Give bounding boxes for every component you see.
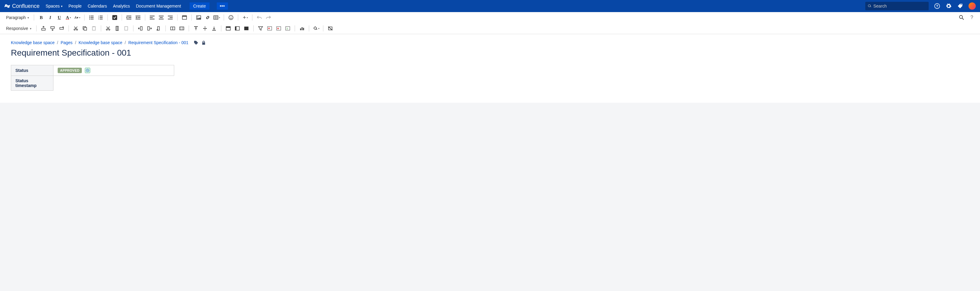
link-button[interactable] xyxy=(204,14,212,21)
breadcrumb-link[interactable]: Knowledge base space xyxy=(11,40,55,45)
chevron-down-icon: ▾ xyxy=(318,27,320,30)
paragraph-dropdown[interactable]: Paragraph▾ xyxy=(4,14,31,21)
chevron-down-icon: ▾ xyxy=(219,16,220,19)
create-button[interactable]: Create xyxy=(189,2,210,10)
image-button[interactable] xyxy=(195,14,203,21)
delete-col-button[interactable] xyxy=(154,24,162,32)
heading-col-button[interactable] xyxy=(233,24,241,32)
svg-point-6 xyxy=(89,19,90,20)
help-button[interactable]: ? xyxy=(968,14,976,21)
numbering-button[interactable]: 1 xyxy=(284,24,292,32)
table-button[interactable]: ▾ xyxy=(213,14,221,21)
svg-point-40 xyxy=(232,17,232,17)
help-icon[interactable]: ? xyxy=(934,3,940,9)
svg-point-33 xyxy=(197,17,198,18)
nav-analytics[interactable]: Analytics xyxy=(113,4,130,8)
paste-row-button[interactable] xyxy=(90,24,98,32)
nav-spaces[interactable]: Spaces▾ xyxy=(46,4,62,8)
nav-calendars[interactable]: Calendars xyxy=(88,4,107,8)
redo-button[interactable] xyxy=(264,14,272,21)
task-button[interactable] xyxy=(111,14,119,21)
sort-desc-button[interactable] xyxy=(275,24,283,32)
chevron-down-icon: ▾ xyxy=(61,5,62,8)
insert-col-right-button[interactable] xyxy=(146,24,153,32)
valign-top-button[interactable] xyxy=(192,24,200,32)
no-heading-button[interactable] xyxy=(242,24,250,32)
search-input[interactable] xyxy=(873,4,926,8)
delete-table-button[interactable] xyxy=(326,24,334,32)
bullet-list-button[interactable] xyxy=(88,14,95,21)
more-button[interactable]: ••• xyxy=(217,2,228,10)
tag-icon[interactable] xyxy=(957,3,963,9)
labels-icon[interactable] xyxy=(194,40,198,45)
svg-rect-64 xyxy=(148,27,150,30)
svg-point-39 xyxy=(230,17,231,17)
layout-button[interactable] xyxy=(181,14,188,21)
page-content: Knowledge base space / Pages / Knowledge… xyxy=(0,34,980,103)
svg-rect-63 xyxy=(140,27,142,30)
user-avatar[interactable] xyxy=(969,2,976,10)
emoji-button[interactable] xyxy=(227,14,235,21)
paste-col-button[interactable] xyxy=(122,24,130,32)
svg-rect-80 xyxy=(244,27,248,30)
search-icon xyxy=(868,4,872,8)
delete-row-button[interactable] xyxy=(58,24,65,32)
valign-middle-button[interactable] xyxy=(201,24,209,32)
nav-people[interactable]: People xyxy=(68,4,82,8)
chevron-down-icon: ▾ xyxy=(27,16,29,19)
responsive-dropdown[interactable]: Responsive▾ xyxy=(4,25,33,32)
nav-docmgmt[interactable]: Document Management xyxy=(136,4,181,8)
cut-row-button[interactable] xyxy=(72,24,80,32)
svg-rect-65 xyxy=(158,27,159,30)
underline-button[interactable]: U xyxy=(55,14,63,21)
svg-rect-62 xyxy=(125,27,128,30)
chevron-down-icon: ▾ xyxy=(79,16,80,19)
filter-button[interactable] xyxy=(257,24,264,32)
chevron-down-icon: ▾ xyxy=(247,16,248,19)
copy-row-button[interactable] xyxy=(81,24,89,32)
number-list-button[interactable]: 123 xyxy=(97,14,105,21)
heading-row-button[interactable] xyxy=(224,24,232,32)
breadcrumb-link[interactable]: Knowledge base space xyxy=(78,40,122,45)
breadcrumb-link[interactable]: Requirement Specification - 001 xyxy=(128,40,188,45)
svg-line-42 xyxy=(962,18,964,20)
bold-button[interactable]: B xyxy=(37,14,45,21)
breadcrumb-link[interactable]: Pages xyxy=(61,40,73,45)
svg-rect-26 xyxy=(159,19,164,19)
undo-button[interactable] xyxy=(255,14,263,21)
top-nav: Confluence Spaces▾ People Calendars Anal… xyxy=(0,0,980,12)
search-box[interactable] xyxy=(865,2,929,10)
split-cells-button[interactable] xyxy=(178,24,186,32)
timestamp-icon[interactable] xyxy=(85,68,90,73)
svg-point-38 xyxy=(229,15,233,20)
status-cell[interactable]: APPROVED xyxy=(53,65,174,76)
svg-rect-20 xyxy=(135,19,140,19)
sort-asc-button[interactable] xyxy=(266,24,274,32)
outdent-button[interactable] xyxy=(125,14,133,21)
insert-row-below-button[interactable] xyxy=(49,24,56,32)
copy-col-button[interactable] xyxy=(113,24,121,32)
settings-icon[interactable] xyxy=(946,3,951,9)
chart-button[interactable] xyxy=(298,24,306,32)
cell-color-button[interactable]: ▾ xyxy=(312,24,320,32)
align-right-button[interactable] xyxy=(166,14,174,21)
editor-toolbar: Paragraph▾ B I U A▾ A▾▾ 123 ▾ xyxy=(0,12,980,34)
valign-bottom-button[interactable] xyxy=(210,24,218,32)
cut-col-button[interactable] xyxy=(104,24,112,32)
align-center-button[interactable] xyxy=(157,14,165,21)
svg-point-4 xyxy=(89,17,90,18)
insert-row-above-button[interactable] xyxy=(40,24,48,32)
merge-cells-button[interactable] xyxy=(169,24,177,32)
indent-button[interactable] xyxy=(134,14,142,21)
svg-rect-77 xyxy=(226,27,231,28)
find-button[interactable] xyxy=(958,14,966,21)
text-color-button[interactable]: A▾ xyxy=(64,14,72,21)
align-left-button[interactable] xyxy=(148,14,156,21)
insert-button[interactable]: +▾ xyxy=(241,14,249,21)
more-format-button[interactable]: A▾▾ xyxy=(73,14,81,21)
insert-col-left-button[interactable] xyxy=(137,24,144,32)
svg-rect-55 xyxy=(93,26,94,27)
italic-button[interactable]: I xyxy=(46,14,54,21)
confluence-logo[interactable]: Confluence xyxy=(4,3,40,10)
restrictions-icon[interactable] xyxy=(201,40,206,45)
